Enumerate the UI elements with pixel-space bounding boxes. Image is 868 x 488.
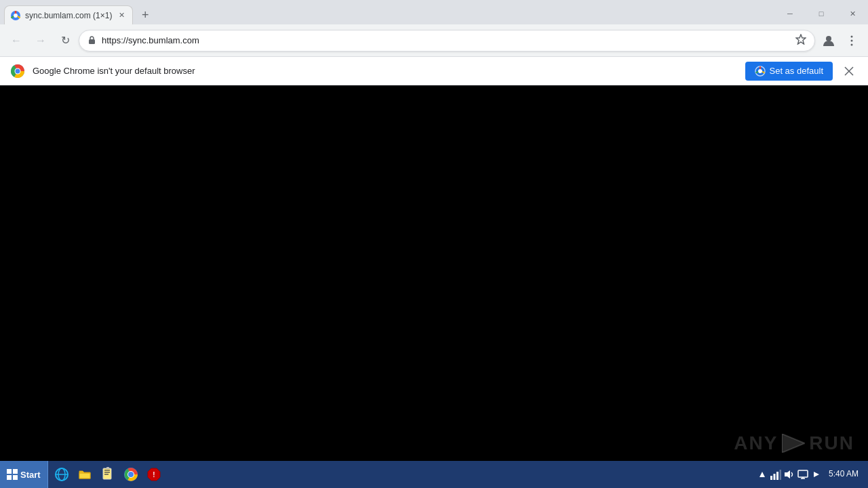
svg-point-12 [758,69,762,73]
back-button[interactable]: ← [5,30,27,52]
svg-rect-36 [773,474,775,480]
tray-overflow-icon[interactable] [811,469,822,480]
svg-rect-17 [13,469,18,474]
svg-point-6 [851,39,853,41]
svg-point-31 [128,472,134,477]
svg-marker-39 [785,470,790,479]
svg-point-1 [14,14,18,18]
forward-button[interactable]: → [30,30,52,52]
display-icon[interactable] [797,469,808,480]
notification-close-button[interactable] [841,63,857,79]
tab-favicon [10,10,21,21]
svg-rect-16 [7,469,12,474]
start-label: Start [20,470,41,480]
svg-rect-26 [104,472,110,473]
svg-point-5 [851,35,853,37]
url-text: https://sync.bumlam.com [102,35,790,45]
svg-rect-37 [776,472,778,480]
svg-rect-25 [104,470,110,471]
svg-marker-15 [782,434,805,453]
bookmark-icon[interactable] [795,34,806,47]
set-as-default-button[interactable]: Set as default [745,62,833,81]
svg-point-7 [851,43,853,45]
svg-point-4 [826,36,831,41]
account-button[interactable] [818,30,840,52]
page-content: ANY RUN [0,85,868,488]
svg-marker-34 [760,472,765,477]
notepad-icon[interactable] [97,464,119,485]
svg-rect-19 [13,475,18,480]
tab-title: sync.bumlam.com (1×1) [25,11,112,20]
menu-button[interactable] [841,30,863,52]
tab-strip: sync.bumlam.com (1×1) ✕ + [0,0,774,24]
svg-rect-40 [798,470,808,477]
svg-text:!: ! [153,471,155,479]
new-tab-button[interactable]: + [136,5,155,24]
taskbar-icons: ! [48,464,751,485]
anyrun-play-icon [782,434,805,453]
notification-bar: Google Chrome isn't your default browser… [0,57,868,85]
system-tray [757,469,822,480]
svg-rect-2 [89,39,95,44]
title-bar: sync.bumlam.com (1×1) ✕ + ─ □ ✕ [0,0,868,24]
svg-rect-18 [7,475,12,480]
lock-icon [87,35,96,46]
svg-marker-43 [814,472,819,477]
volume-icon[interactable] [784,469,795,480]
taskbar-right: 5:40 AM [751,469,868,480]
show-hidden-icons[interactable] [757,469,768,480]
anyrun-text-run: RUN [809,432,854,454]
url-bar[interactable]: https://sync.bumlam.com [79,30,815,52]
minimize-button[interactable]: ─ [774,3,806,24]
svg-rect-35 [770,476,772,480]
taskbar: Start [0,461,868,488]
anyrun-watermark: ANY RUN [734,432,854,454]
chrome-taskbar-icon[interactable] [120,464,142,485]
security-icon[interactable]: ! [143,464,165,485]
browser-tab[interactable]: sync.bumlam.com (1×1) ✕ [4,5,133,24]
svg-marker-3 [796,35,806,44]
svg-rect-27 [104,474,108,475]
close-button[interactable]: ✕ [837,3,868,24]
maximize-button[interactable]: □ [806,3,837,24]
address-bar: ← → ↻ https://sync.bumlam.com [0,24,868,57]
chrome-logo-icon [11,64,24,78]
network-icon[interactable] [770,469,781,480]
svg-rect-23 [79,473,90,479]
svg-rect-28 [106,467,109,469]
svg-rect-38 [779,470,781,480]
ie-icon[interactable] [51,464,73,485]
window-controls: ─ □ ✕ [774,0,868,24]
notification-text: Google Chrome isn't your default browser [33,66,737,76]
file-explorer-icon[interactable] [74,464,96,485]
start-button[interactable]: Start [0,461,48,488]
set-default-label: Set as default [770,66,824,76]
anyrun-text-any: ANY [734,432,778,454]
start-icon [7,469,18,480]
browser-window: sync.bumlam.com (1×1) ✕ + ─ □ ✕ ← → ↻ ht… [0,0,868,488]
tab-close-button[interactable]: ✕ [116,10,127,21]
clock[interactable]: 5:40 AM [825,469,863,480]
toolbar-right [818,30,863,52]
refresh-button[interactable]: ↻ [54,30,76,52]
svg-point-10 [16,68,20,73]
